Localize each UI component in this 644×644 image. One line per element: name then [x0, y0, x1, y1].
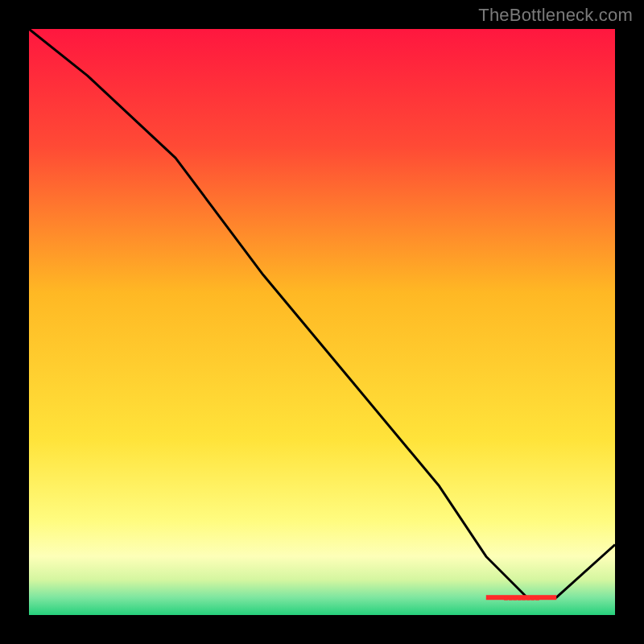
plot-area: ■■■■■■■■	[29, 29, 615, 615]
chart-container: TheBottleneck.com ■■■■■■■■	[0, 0, 644, 644]
trough-marker-label: ■■■■■■■■	[503, 593, 539, 602]
watermark-text: TheBottleneck.com	[478, 5, 633, 26]
gradient-background	[29, 29, 615, 615]
plot-svg	[29, 29, 615, 615]
